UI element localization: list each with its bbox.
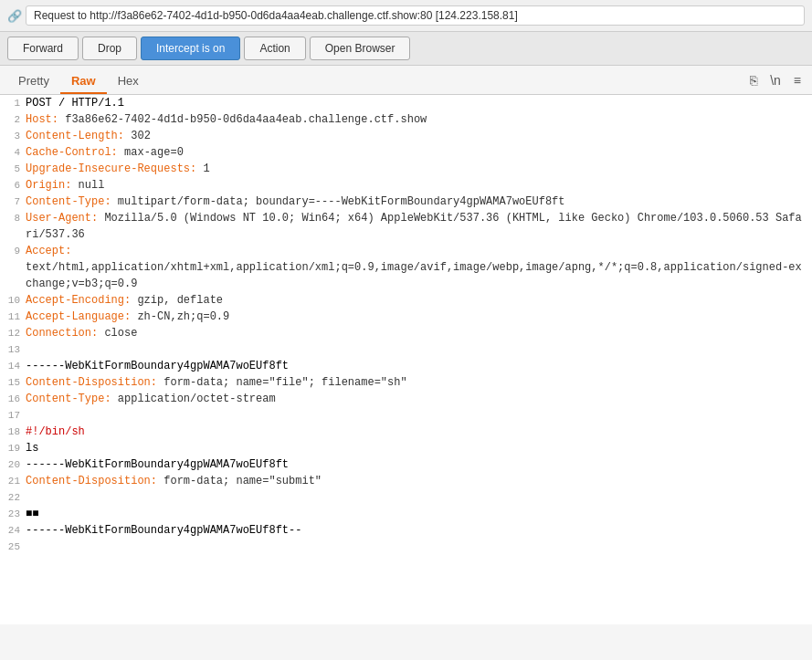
action-button[interactable]: Action [244,37,305,60]
table-row: 17 [0,407,812,424]
table-row: 23■■ [0,506,812,522]
line-number: 8 [0,210,26,226]
table-row: 15Content-Disposition: form-data; name="… [0,374,812,391]
intercept-button[interactable]: Intercept is on [141,37,240,60]
line-number: 1 [0,95,26,111]
table-row: 4Cache-Control: max-age=0 [0,144,812,161]
table-row: 8User-Agent: Mozilla/5.0 (Windows NT 10.… [0,210,812,243]
line-content: Accept: text/html,application/xhtml+xml,… [26,243,812,292]
line-number: 16 [0,391,26,407]
line-content: Accept-Language: zh-CN,zh;q=0.9 [26,309,812,325]
top-bar: 🔗 Request to http://f3a86e62-7402-4d1d-b… [0,0,812,32]
drop-button[interactable]: Drop [82,37,137,60]
table-row: 16Content-Type: application/octet-stream [0,391,812,407]
line-content: #!/bin/sh [26,424,812,440]
tab-hex[interactable]: Hex [107,69,150,94]
table-row: 3Content-Length: 302 [0,128,812,144]
line-content: Origin: null [26,177,812,194]
table-row: 25 [0,539,812,555]
line-content [26,489,812,506]
line-content: Connection: close [26,325,812,341]
line-number: 21 [0,473,26,489]
line-number: 7 [0,194,26,210]
line-content: Content-Type: multipart/form-data; bound… [26,194,812,210]
table-row: 2Host: f3a86e62-7402-4d1d-b950-0d6da4aa4… [0,111,812,128]
table-row: 20------WebKitFormBoundary4gpWAMA7woEUf8… [0,456,812,473]
line-number: 13 [0,341,26,358]
line-content: ------WebKitFormBoundary4gpWAMA7woEUf8ft [26,358,812,374]
table-row: 9Accept: text/html,application/xhtml+xml… [0,243,812,292]
tabs-right-icons: ⎘ \n ≡ [746,71,805,93]
line-number: 5 [0,161,26,177]
table-row: 7Content-Type: multipart/form-data; boun… [0,194,812,210]
line-number: 24 [0,522,26,539]
line-number: 6 [0,177,26,194]
line-content: User-Agent: Mozilla/5.0 (Windows NT 10.0… [26,210,812,243]
line-content: Cache-Control: max-age=0 [26,144,812,161]
table-row: 24------WebKitFormBoundary4gpWAMA7woEUf8… [0,522,812,539]
line-number: 9 [0,243,26,259]
line-number: 10 [0,292,26,309]
line-number: 23 [0,506,26,522]
table-row: 10Accept-Encoding: gzip, deflate [0,292,812,309]
line-content: ls [26,440,812,456]
line-number: 4 [0,144,26,161]
word-wrap-button[interactable]: \n [766,71,785,89]
table-row: 18#!/bin/sh [0,424,812,440]
line-content [26,407,812,424]
link-icon: 🔗 [7,9,22,23]
line-content: Upgrade-Insecure-Requests: 1 [26,161,812,177]
open-browser-button[interactable]: Open Browser [310,37,411,60]
line-content: Content-Disposition: form-data; name="su… [26,473,812,489]
line-number: 25 [0,539,26,555]
content-area: 1POST / HTTP/1.12Host: f3a86e62-7402-4d1… [0,95,812,624]
line-number: 11 [0,309,26,325]
table-row: 6Origin: null [0,177,812,194]
tabs-bar: Pretty Raw Hex ⎘ \n ≡ [0,66,812,95]
line-content [26,341,812,358]
line-content: Host: f3a86e62-7402-4d1d-b950-0d6da4aa4e… [26,111,812,128]
tab-pretty[interactable]: Pretty [7,69,60,94]
table-row: 1POST / HTTP/1.1 [0,95,812,111]
forward-button[interactable]: Forward [7,37,79,60]
line-number: 20 [0,456,26,473]
menu-button[interactable]: ≡ [790,71,805,89]
line-number: 22 [0,489,26,506]
table-row: 14------WebKitFormBoundary4gpWAMA7woEUf8… [0,358,812,374]
table-row: 21Content-Disposition: form-data; name="… [0,473,812,489]
line-content: POST / HTTP/1.1 [26,95,812,111]
line-content: Content-Type: application/octet-stream [26,391,812,407]
line-number: 12 [0,325,26,341]
request-url-text: Request to http://f3a86e62-7402-4d1d-b95… [34,9,518,22]
line-number: 18 [0,424,26,440]
toolbar: Forward Drop Intercept is on Action Open… [0,32,812,66]
tab-raw[interactable]: Raw [60,69,107,94]
line-number: 19 [0,440,26,456]
line-number: 15 [0,374,26,391]
line-number: 14 [0,358,26,374]
request-url-bar: Request to http://f3a86e62-7402-4d1d-b95… [26,5,805,26]
line-content: ------WebKitFormBoundary4gpWAMA7woEUf8ft… [26,522,812,539]
line-content: ■■ [26,506,812,522]
copy-icon-button[interactable]: ⎘ [746,71,761,89]
table-row: 19ls [0,440,812,456]
table-row: 5Upgrade-Insecure-Requests: 1 [0,161,812,177]
table-row: 13 [0,341,812,358]
line-content: Accept-Encoding: gzip, deflate [26,292,812,309]
line-content: Content-Length: 302 [26,128,812,144]
line-content: Content-Disposition: form-data; name="fi… [26,374,812,391]
line-number: 3 [0,128,26,144]
table-row: 22 [0,489,812,506]
line-number: 2 [0,111,26,128]
line-number: 17 [0,407,26,424]
table-row: 12Connection: close [0,325,812,341]
line-content [26,539,812,555]
line-content: ------WebKitFormBoundary4gpWAMA7woEUf8ft [26,456,812,473]
table-row: 11Accept-Language: zh-CN,zh;q=0.9 [0,309,812,325]
